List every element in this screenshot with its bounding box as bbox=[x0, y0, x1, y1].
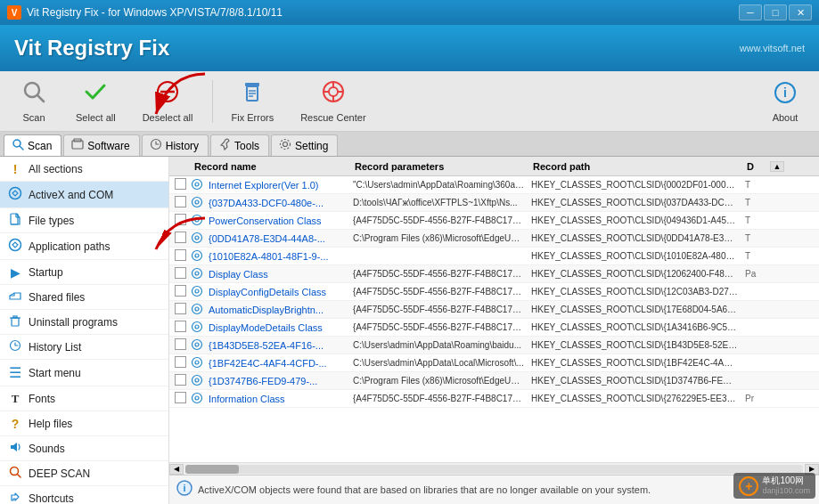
row-settings-icon-10[interactable] bbox=[191, 356, 207, 370]
row-checkbox-11[interactable] bbox=[169, 374, 191, 387]
scroll-track[interactable] bbox=[185, 465, 803, 474]
row-checkbox-6[interactable] bbox=[169, 285, 191, 298]
svg-point-59 bbox=[192, 393, 202, 402]
row-checkbox-8[interactable] bbox=[169, 321, 191, 334]
checkbox-11[interactable] bbox=[175, 374, 186, 386]
checkbox-12[interactable] bbox=[175, 392, 186, 403]
sidebar-item-uninstall-label: Uninstall programs bbox=[29, 316, 118, 329]
row-settings-icon-12[interactable] bbox=[191, 392, 207, 406]
row-checkbox-4[interactable] bbox=[169, 249, 191, 263]
table-row[interactable]: {1BF42E4C-4AF4-4CFD-... C:\Users\admin\A… bbox=[169, 354, 819, 372]
fix-errors-button[interactable]: Fix Errors bbox=[220, 77, 286, 126]
window-controls: ─ □ ✕ bbox=[739, 4, 812, 20]
row-settings-icon-5[interactable] bbox=[191, 267, 207, 281]
scroll-left-button[interactable]: ◀ bbox=[169, 464, 184, 475]
row-path-11: HKEY_CLASSES_ROOT\CLSID\{1D3747B6-FED9-4… bbox=[528, 376, 741, 386]
row-settings-icon-9[interactable] bbox=[191, 338, 207, 353]
sidebar-item-uninstall[interactable]: Uninstall programs bbox=[0, 310, 168, 335]
checkbox-0[interactable] bbox=[175, 178, 186, 190]
checkbox-4[interactable] bbox=[175, 249, 186, 261]
sidebar-item-start-menu[interactable]: ☰ Start menu bbox=[0, 360, 168, 386]
horizontal-scrollbar[interactable]: ◀ ▶ bbox=[169, 462, 819, 475]
tab-scan[interactable]: Scan bbox=[4, 134, 61, 156]
sidebar-item-file-types[interactable]: File types bbox=[0, 208, 168, 233]
table-row[interactable]: AutomaticDisplayBrightn... {A4F75D5C-55D… bbox=[169, 301, 819, 319]
sidebar-item-deep-scan[interactable]: DEEP SCAN bbox=[0, 461, 168, 486]
sidebar-item-all-sections[interactable]: ! All sections bbox=[0, 157, 168, 182]
svg-point-47 bbox=[192, 286, 202, 296]
row-settings-icon-7[interactable] bbox=[191, 303, 207, 317]
table-row[interactable]: PowerConservation Class {A4F75D5C-55DF-4… bbox=[169, 212, 819, 230]
row-settings-icon-2[interactable] bbox=[191, 214, 207, 228]
checkbox-5[interactable] bbox=[175, 267, 186, 279]
checkbox-9[interactable] bbox=[175, 338, 186, 350]
scroll-thumb[interactable] bbox=[185, 465, 239, 474]
checkbox-10[interactable] bbox=[175, 356, 186, 368]
row-settings-icon-6[interactable] bbox=[191, 285, 207, 299]
row-settings-icon-11[interactable] bbox=[191, 374, 207, 388]
select-all-button[interactable]: Select all bbox=[64, 77, 127, 126]
table-row[interactable]: DisplayModeDetails Class {A4F75D5C-55DF-… bbox=[169, 319, 819, 337]
row-checkbox-2[interactable] bbox=[169, 214, 191, 227]
checkbox-7[interactable] bbox=[175, 303, 186, 314]
row-settings-icon-8[interactable] bbox=[191, 321, 207, 335]
svg-point-37 bbox=[192, 197, 202, 207]
sidebar-item-activex[interactable]: ActiveX and COM bbox=[0, 182, 168, 208]
table-row[interactable]: {037DA433-DCF0-480e-... D:\tools\ЧАГж\of… bbox=[169, 194, 819, 212]
sidebar-item-app-paths[interactable]: Application paths bbox=[0, 233, 168, 260]
svg-point-57 bbox=[192, 375, 202, 385]
row-checkbox-10[interactable] bbox=[169, 356, 191, 370]
row-checkbox-9[interactable] bbox=[169, 338, 191, 352]
table-row[interactable]: Internet Explorer(Ver 1.0) "C:\Users\adm… bbox=[169, 176, 819, 194]
tab-setting[interactable]: Setting bbox=[271, 134, 338, 156]
checkbox-1[interactable] bbox=[175, 196, 186, 207]
row-checkbox-5[interactable] bbox=[169, 267, 191, 280]
checkbox-3[interactable] bbox=[175, 232, 186, 243]
checkbox-2[interactable] bbox=[175, 214, 186, 225]
checkbox-8[interactable] bbox=[175, 321, 186, 332]
sidebar-item-fonts[interactable]: T Fonts bbox=[0, 386, 168, 411]
row-checkbox-3[interactable] bbox=[169, 232, 191, 245]
row-checkbox-1[interactable] bbox=[169, 196, 191, 209]
tab-bar: Scan Software History Tools Setting bbox=[0, 132, 819, 157]
table-row[interactable]: {1B43D5E8-52EA-4F16-... C:\Users\admin\A… bbox=[169, 337, 819, 354]
row-settings-icon-4[interactable] bbox=[191, 249, 207, 264]
table-row[interactable]: {1010E82A-4801-48F1-9-... HKEY_CLASSES_R… bbox=[169, 248, 819, 265]
help-files-icon: ? bbox=[7, 417, 23, 431]
table-row[interactable]: {1D3747B6-FED9-479-... C:\Program Files … bbox=[169, 372, 819, 390]
sidebar-item-shortcuts[interactable]: Shortcuts bbox=[0, 486, 168, 504]
table-row[interactable]: {0DD41A78-E3D4-44A8-... C:\Program Files… bbox=[169, 230, 819, 248]
sidebar-item-startup[interactable]: ▶ Startup bbox=[0, 260, 168, 285]
scroll-up-button[interactable]: ▲ bbox=[770, 161, 784, 172]
row-params-5: {A4F75D5C-55DF-4556-B27F-F4B8C17EE9... bbox=[349, 269, 528, 279]
row-checkbox-0[interactable] bbox=[169, 178, 191, 191]
sidebar-item-sounds[interactable]: Sounds bbox=[0, 436, 168, 461]
maximize-button[interactable]: □ bbox=[764, 4, 787, 20]
table-row[interactable]: Information Class {A4F75D5C-55DF-4556-B2… bbox=[169, 390, 819, 408]
table-row[interactable]: Display Class {A4F75D5C-55DF-4556-B27F-F… bbox=[169, 265, 819, 283]
tab-history[interactable]: History bbox=[142, 134, 209, 156]
sidebar-item-history-list[interactable]: History List bbox=[0, 335, 168, 360]
rescue-center-button[interactable]: Rescue Center bbox=[289, 77, 377, 126]
table-row[interactable]: DisplayConfigDetails Class {A4F75D5C-55D… bbox=[169, 283, 819, 301]
scan-button[interactable]: Scan bbox=[7, 77, 61, 126]
sidebar-item-help-files-label: Help files bbox=[29, 418, 72, 430]
tab-software[interactable]: Software bbox=[63, 134, 139, 156]
sidebar-item-help-files[interactable]: ? Help files bbox=[0, 411, 168, 436]
about-button[interactable]: i About bbox=[758, 77, 812, 126]
row-checkbox-7[interactable] bbox=[169, 303, 191, 316]
row-settings-icon-3[interactable] bbox=[191, 232, 207, 246]
row-settings-icon-1[interactable] bbox=[191, 196, 207, 210]
checkbox-6[interactable] bbox=[175, 285, 186, 297]
row-settings-icon-0[interactable] bbox=[191, 178, 207, 192]
row-checkbox-12[interactable] bbox=[169, 392, 191, 405]
sidebar-item-shared-files[interactable]: Shared files bbox=[0, 285, 168, 310]
deselect-all-button[interactable]: Deselect all bbox=[131, 77, 205, 126]
tab-software-icon bbox=[71, 138, 84, 153]
minimize-button[interactable]: ─ bbox=[739, 4, 762, 20]
deep-scan-icon bbox=[7, 466, 23, 481]
close-button[interactable]: ✕ bbox=[789, 4, 812, 20]
tab-tools[interactable]: Tools bbox=[210, 134, 269, 156]
row-path-5: HKEY_CLASSES_ROOT\CLSID\{12062400-F48E-4… bbox=[528, 269, 741, 279]
row-name-2: PowerConservation Class bbox=[207, 215, 349, 226]
